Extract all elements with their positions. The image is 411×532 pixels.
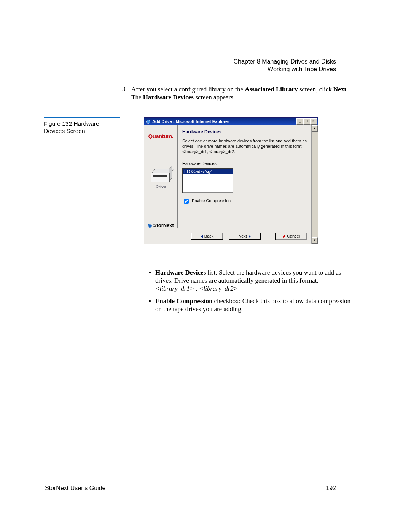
back-button[interactable]: Back: [191, 233, 223, 240]
footer-guide: StorNext User’s Guide: [45, 485, 105, 492]
maximize-button[interactable]: □: [303, 118, 310, 125]
quantum-logo: Quantum.: [148, 133, 174, 140]
enable-compression-label: Enable Compression: [192, 198, 231, 203]
wizard-left-panel: Quantum. Drive ◉ StorNext: [144, 125, 178, 228]
step-text: After you select a configured library on…: [131, 85, 357, 101]
content-title: Hardware Devices: [182, 129, 307, 134]
wizard-content: Hardware Devices Select one or more hard…: [178, 125, 312, 228]
add-drive-window: Add Drive - Microsoft Internet Explorer …: [144, 117, 318, 244]
step-number: 3: [122, 85, 126, 93]
window-body: ▲ ▼ Quantum. Drive ◉ StorNext: [144, 125, 318, 244]
chapter-header: Chapter 8 Managing Drives and Disks Work…: [234, 58, 336, 73]
drive-label: Drive: [144, 184, 177, 189]
figure-label: Figure 132 Hardware Devices Screen: [44, 120, 120, 134]
page: Chapter 8 Managing Drives and Disks Work…: [0, 0, 411, 532]
vertical-scrollbar[interactable]: ▲ ▼: [311, 125, 318, 244]
cancel-x-icon: ✗: [282, 234, 286, 238]
figure-caption-block: Figure 132 Hardware Devices Screen: [44, 117, 120, 134]
footer-page-number: 192: [326, 485, 336, 492]
enable-compression-checkbox[interactable]: [184, 199, 189, 204]
chevron-right-icon: [249, 235, 251, 238]
minimize-button[interactable]: _: [296, 118, 303, 125]
ie-icon: [146, 119, 151, 124]
bullet-1: Hardware Devices list: Select the hardwa…: [155, 268, 357, 292]
stornext-logo: ◉ StorNext: [144, 222, 177, 228]
hardware-devices-list[interactable]: LTO>>/dev/sg4: [182, 168, 233, 193]
window-title: Add Drive - Microsoft Internet Explorer: [152, 119, 229, 124]
scroll-up-button[interactable]: ▲: [312, 125, 318, 132]
window-buttons: _ □ ×: [296, 118, 318, 125]
bullet-list: Hardware Devices list: Select the hardwa…: [148, 268, 357, 318]
step-3: 3 After you select a configured library …: [131, 85, 357, 101]
cancel-button[interactable]: ✗Cancel: [275, 233, 307, 240]
window-titlebar[interactable]: Add Drive - Microsoft Internet Explorer …: [144, 118, 318, 125]
list-item[interactable]: LTO>>/dev/sg4: [183, 169, 233, 174]
wizard-button-row: Back Next ✗Cancel: [144, 228, 312, 244]
chevron-left-icon: [201, 235, 203, 238]
bullet-2: Enable Compression checkbox: Check this …: [155, 297, 357, 313]
figure-rule: [44, 117, 120, 118]
close-button[interactable]: ×: [310, 118, 317, 125]
scroll-down-button[interactable]: ▼: [312, 237, 318, 244]
enable-compression-row: Enable Compression: [182, 198, 307, 205]
drive-icon: [151, 169, 171, 183]
content-description: Select one or more hardware devices from…: [182, 138, 307, 154]
list-label: Hardware Devices: [182, 161, 307, 166]
chapter-line-1: Chapter 8 Managing Drives and Disks: [234, 58, 336, 66]
next-button[interactable]: Next: [229, 233, 261, 240]
globe-icon: ◉: [148, 222, 152, 228]
chapter-line-2: Working with Tape Drives: [234, 66, 336, 73]
